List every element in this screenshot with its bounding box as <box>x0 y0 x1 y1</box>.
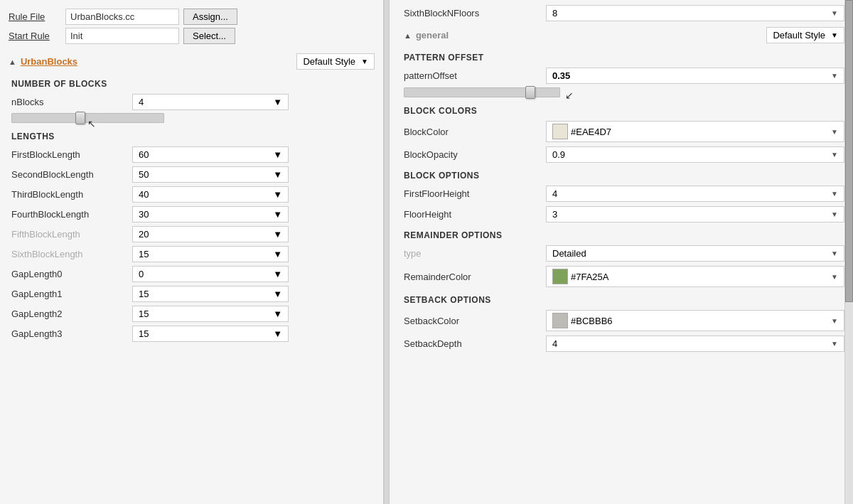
setback-depth-label: SetbackDepth <box>404 338 546 349</box>
fifth-block-length-label: FifthBlockLength <box>11 229 132 240</box>
gap-length2-label: GapLength2 <box>11 309 132 319</box>
floor-height-caret-icon: ▼ <box>831 210 838 218</box>
urban-blocks-title[interactable]: UrbanBlocks <box>21 56 77 67</box>
rule-file-label: Rule File <box>9 11 65 22</box>
pattern-offset-slider-track[interactable]: ↙ <box>404 87 560 97</box>
gap-length3-label: GapLength3 <box>11 328 132 339</box>
sixth-block-n-floors-caret-icon: ▼ <box>831 9 838 17</box>
gap-length2-row: GapLength2 15 ▼ <box>0 304 383 323</box>
second-block-length-row: SecondBlockLength 50 ▼ <box>0 164 383 184</box>
first-block-length-value: 60 <box>139 149 149 160</box>
first-block-length-value-container: 60 ▼ <box>132 146 375 163</box>
fifth-block-length-row: FifthBlockLength 20 ▼ <box>0 224 383 244</box>
setback-color-dropdown[interactable]: #BCBBB6 ▼ <box>546 310 844 331</box>
right-scrollbar[interactable] <box>844 0 853 504</box>
setback-depth-value-container: 4 ▼ <box>546 336 844 352</box>
gap-length2-value-container: 15 ▼ <box>132 306 375 322</box>
urban-blocks-style-value: Default Style <box>303 56 355 67</box>
block-opacity-label: BlockOpacity <box>404 149 546 160</box>
urban-blocks-header[interactable]: ▲ UrbanBlocks Default Style ▼ <box>0 50 383 73</box>
block-color-dropdown[interactable]: #EAE4D7 ▼ <box>546 121 844 142</box>
left-scrollbar[interactable] <box>384 0 390 504</box>
sixth-block-n-floors-dropdown[interactable]: 8 ▼ <box>546 5 844 21</box>
pattern-offset-caret-icon: ▼ <box>831 72 838 80</box>
sixth-block-length-dropdown[interactable]: 15 ▼ <box>132 246 289 262</box>
rule-file-section: Rule File Assign... Start Rule Select... <box>0 6 383 50</box>
sixth-block-length-label: SixthBlockLength <box>11 249 132 259</box>
third-block-length-label: ThirdBlockLength <box>11 189 132 200</box>
gap-length1-dropdown[interactable]: 15 ▼ <box>132 286 289 302</box>
nblocks-slider-track[interactable] <box>11 113 164 123</box>
sixth-block-length-caret-icon: ▼ <box>273 249 282 259</box>
fourth-block-length-row: FourthBlockLength 30 ▼ <box>0 204 383 224</box>
first-floor-height-value: 4 <box>552 188 557 199</box>
block-opacity-caret-icon: ▼ <box>831 151 838 159</box>
remainder-color-dropdown[interactable]: #7FA25A ▼ <box>546 266 844 287</box>
remainder-color-hex: #7FA25A <box>571 272 609 282</box>
right-scrollbar-thumb[interactable] <box>845 0 853 302</box>
gap-length3-value: 15 <box>139 328 149 339</box>
nblocks-slider-thumb[interactable] <box>75 112 85 124</box>
type-caret-icon: ▼ <box>831 250 838 257</box>
setback-color-caret-icon: ▼ <box>831 317 838 325</box>
gap-length2-dropdown[interactable]: 15 ▼ <box>132 306 289 322</box>
floor-height-dropdown[interactable]: 3 ▼ <box>546 206 844 222</box>
pattern-offset-row: patternOffset 0.35 ▼ <box>390 65 853 86</box>
general-style-caret-icon: ▼ <box>831 31 838 39</box>
nblocks-caret-icon: ▼ <box>273 97 282 107</box>
nblocks-value: 4 <box>139 97 144 107</box>
nblocks-row: nBlocks 4 ▼ <box>0 92 383 112</box>
remainder-color-caret-icon: ▼ <box>831 273 838 281</box>
general-collapse-arrow-icon: ▲ <box>404 31 412 40</box>
gap-length1-caret-icon: ▼ <box>273 289 282 299</box>
setback-color-row: SetbackColor #BCBBB6 ▼ <box>390 308 853 333</box>
third-block-length-dropdown[interactable]: 40 ▼ <box>132 186 289 203</box>
second-block-length-label: SecondBlockLength <box>11 169 132 180</box>
fifth-block-length-value: 20 <box>139 229 149 240</box>
setback-depth-dropdown[interactable]: 4 ▼ <box>546 336 844 352</box>
nblocks-dropdown[interactable]: 4 ▼ <box>132 94 289 110</box>
gap-length0-dropdown[interactable]: 0 ▼ <box>132 266 289 282</box>
type-dropdown[interactable]: Detailed ▼ <box>546 245 844 262</box>
block-opacity-row: BlockOpacity 0.9 ▼ <box>390 144 853 165</box>
right-panel: SixthBlockNFloors 8 ▼ ▲ general Default … <box>390 0 853 504</box>
general-header[interactable]: ▲ general Default Style ▼ <box>390 23 853 47</box>
pattern-offset-dropdown[interactable]: 0.35 ▼ <box>546 68 844 84</box>
start-rule-label: Start Rule <box>9 31 65 41</box>
assign-button[interactable]: Assign... <box>183 9 237 25</box>
gap-length3-dropdown[interactable]: 15 ▼ <box>132 326 289 342</box>
gap-length2-value: 15 <box>139 309 149 319</box>
start-rule-input[interactable] <box>65 28 179 44</box>
select-button[interactable]: Select... <box>183 28 235 44</box>
setback-options-section-label: SETBACK OPTIONS <box>390 289 853 308</box>
second-block-length-dropdown[interactable]: 50 ▼ <box>132 166 289 183</box>
fourth-block-length-dropdown[interactable]: 30 ▼ <box>132 206 289 222</box>
setback-color-value-container: #BCBBB6 ▼ <box>546 310 844 331</box>
rule-file-input[interactable] <box>65 9 179 25</box>
pattern-offset-value-container: 0.35 ▼ <box>546 68 844 84</box>
fifth-block-length-dropdown[interactable]: 20 ▼ <box>132 226 289 242</box>
fourth-block-length-caret-icon: ▼ <box>273 209 282 220</box>
sixth-block-length-row: SixthBlockLength 15 ▼ <box>0 244 383 264</box>
pattern-offset-label: patternOffset <box>404 70 546 81</box>
sixth-block-n-floors-label: SixthBlockNFloors <box>404 8 546 18</box>
fourth-block-length-label: FourthBlockLength <box>11 209 132 220</box>
block-color-swatch <box>552 124 568 139</box>
second-block-length-value-container: 50 ▼ <box>132 166 375 183</box>
fourth-block-length-value-container: 30 ▼ <box>132 206 375 222</box>
first-block-length-dropdown[interactable]: 60 ▼ <box>132 146 289 163</box>
remainder-color-value-container: #7FA25A ▼ <box>546 266 844 287</box>
block-color-hex: #EAE4D7 <box>571 127 611 137</box>
type-value: Detailed <box>552 248 586 259</box>
urban-blocks-style-dropdown[interactable]: Default Style ▼ <box>296 53 375 70</box>
sixth-block-n-floors-row: SixthBlockNFloors 8 ▼ <box>390 3 853 23</box>
first-floor-height-dropdown[interactable]: 4 ▼ <box>546 186 844 202</box>
setback-depth-row: SetbackDepth 4 ▼ <box>390 333 853 354</box>
fifth-block-length-value-container: 20 ▼ <box>132 226 375 242</box>
general-style-dropdown[interactable]: Default Style ▼ <box>766 27 844 43</box>
setback-color-swatch <box>552 313 568 328</box>
pattern-offset-value: 0.35 <box>552 70 570 81</box>
pattern-offset-slider-thumb[interactable] <box>525 86 535 99</box>
block-opacity-dropdown[interactable]: 0.9 ▼ <box>546 146 844 163</box>
fifth-block-length-caret-icon: ▼ <box>273 229 282 240</box>
